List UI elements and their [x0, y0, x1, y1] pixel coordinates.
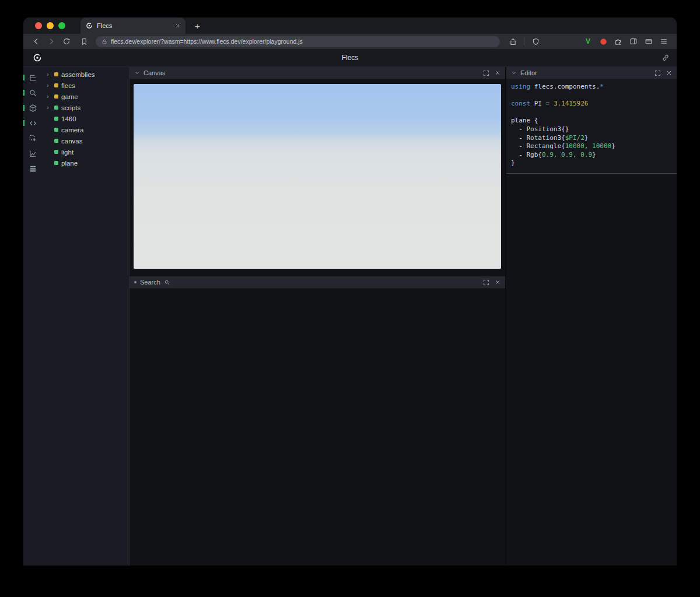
browser-window: Flecs + flecs.dev/explorer/?wasm=https:/…	[23, 17, 677, 566]
code-line[interactable]: }	[511, 159, 677, 168]
expand-panel-icon[interactable]	[654, 70, 661, 76]
chevron-down-icon[interactable]	[511, 70, 517, 76]
code-line[interactable]: - Rotation3{$PI/2}	[511, 134, 677, 143]
editor-code[interactable]: using flecs.components.* const PI = 3.14…	[506, 79, 677, 174]
page-title: Flecs	[23, 54, 677, 62]
code-line[interactable]: - Position3{}	[511, 125, 677, 134]
tree-item-label: camera	[61, 127, 83, 134]
cube-3d-icon[interactable]	[23, 100, 42, 115]
magnifier-icon	[164, 279, 170, 286]
tab-bar: Flecs +	[23, 17, 677, 34]
entity-color-swatch	[54, 72, 58, 76]
tab-close-icon[interactable]	[175, 23, 180, 29]
tree-item-assemblies[interactable]: ›assemblies	[42, 69, 129, 80]
search-panel-title: Search	[140, 279, 160, 286]
tree-view-icon[interactable]	[23, 70, 42, 85]
tree-item-label: assemblies	[61, 71, 95, 78]
flecs-logo-icon[interactable]	[33, 53, 42, 62]
tab-flecs[interactable]: Flecs	[80, 17, 186, 34]
expand-arrow-icon[interactable]: ›	[47, 104, 51, 111]
canvas-3d-viewport[interactable]	[134, 84, 501, 269]
tree-item-light[interactable]: light	[42, 146, 129, 157]
tree-item-label: 1460	[61, 115, 76, 122]
close-window-button[interactable]	[35, 22, 42, 29]
search-icon[interactable]	[23, 85, 42, 100]
chevron-down-icon[interactable]	[134, 70, 140, 76]
traffic-lights	[35, 22, 65, 29]
tree-item-game[interactable]: ›game	[42, 91, 129, 102]
new-tab-button[interactable]: +	[195, 22, 200, 30]
forward-button[interactable]	[46, 37, 57, 45]
entity-color-swatch	[54, 139, 58, 143]
permalink-icon[interactable]	[662, 54, 670, 62]
red-extension-icon[interactable]	[597, 38, 609, 45]
back-button[interactable]	[30, 37, 42, 45]
nav-bar: flecs.dev/explorer/?wasm=https://www.fle…	[23, 34, 677, 49]
minimize-window-button[interactable]	[47, 22, 54, 29]
tree-item-camera[interactable]: camera	[42, 124, 129, 135]
rows-icon[interactable]	[23, 161, 42, 176]
entity-color-swatch	[54, 161, 58, 165]
shield-icon[interactable]	[530, 38, 541, 45]
url-bar[interactable]: flecs.dev/explorer/?wasm=https://www.fle…	[96, 36, 500, 47]
tree-item-label: game	[61, 93, 78, 100]
code-line[interactable]: using flecs.components.*	[511, 83, 677, 92]
entity-color-swatch	[54, 117, 58, 121]
canvas-panel-header: Canvas	[130, 67, 505, 79]
url-text: flecs.dev/explorer/?wasm=https://www.fle…	[111, 38, 303, 45]
entity-color-swatch	[54, 94, 58, 99]
tree-panel: ›assemblies›flecs›game›scripts1460camera…	[42, 67, 130, 566]
icon-rail	[23, 67, 42, 566]
code-line[interactable]: - Rgb{0.9, 0.9, 0.9}	[511, 151, 677, 160]
app-header: Flecs	[23, 49, 677, 67]
code-line[interactable]	[511, 108, 677, 117]
tree-item-scripts[interactable]: ›scripts	[42, 102, 129, 113]
right-column: Editor using flecs.components.* const PI…	[505, 67, 677, 566]
tree-item-label: canvas	[61, 138, 82, 145]
editor-panel-title: Editor	[520, 69, 537, 76]
expand-arrow-icon[interactable]: ›	[47, 93, 51, 100]
canvas-panel-body	[130, 79, 505, 269]
puzzle-extensions-icon[interactable]	[612, 37, 624, 45]
tree-item-label: flecs	[61, 82, 75, 89]
code-line[interactable]: - Rectangle{10000, 10000}	[511, 142, 677, 151]
wallet-icon[interactable]	[643, 37, 654, 45]
menu-hamburger-icon[interactable]	[658, 37, 670, 45]
canvas-panel-title: Canvas	[144, 69, 165, 76]
sidebar-toggle-icon[interactable]	[628, 37, 639, 45]
expand-arrow-icon[interactable]: ›	[47, 82, 51, 89]
close-panel-icon[interactable]	[666, 70, 672, 76]
expand-arrow-icon[interactable]: ›	[47, 71, 51, 78]
code-line[interactable]	[511, 92, 677, 100]
tree-item-label: light	[61, 149, 74, 156]
search-panel-header[interactable]: Search	[130, 276, 505, 289]
tree-item-1460[interactable]: 1460	[42, 113, 129, 124]
tree-item-canvas[interactable]: canvas	[42, 135, 129, 146]
entity-color-swatch	[54, 150, 58, 154]
entity-color-swatch	[54, 128, 58, 132]
vimium-extension-icon[interactable]: V	[582, 37, 594, 45]
tree-item-label: plane	[61, 160, 78, 167]
share-icon[interactable]	[507, 38, 519, 45]
expand-panel-icon[interactable]	[483, 70, 489, 76]
expand-panel-icon[interactable]	[483, 279, 489, 286]
reload-button[interactable]	[61, 37, 72, 45]
close-panel-icon[interactable]	[495, 70, 501, 76]
bookmark-icon[interactable]	[78, 38, 90, 45]
right-empty-area	[506, 174, 677, 566]
app-content: ›assemblies›flecs›game›scripts1460camera…	[23, 67, 677, 566]
tree-item-plane[interactable]: plane	[42, 157, 129, 168]
tree-item-flecs[interactable]: ›flecs	[42, 80, 129, 91]
flecs-favicon	[86, 22, 93, 29]
code-line[interactable]: plane {	[511, 117, 677, 125]
entity-color-swatch	[54, 83, 58, 87]
code-line[interactable]: const PI = 3.1415926	[511, 100, 677, 108]
chart-icon[interactable]	[23, 146, 42, 161]
zoom-window-button[interactable]	[58, 22, 65, 29]
panel-dot-icon	[134, 281, 136, 283]
tab-title: Flecs	[97, 22, 171, 29]
code-icon[interactable]	[23, 115, 42, 131]
inspect-cursor-icon[interactable]	[23, 131, 42, 146]
nav-divider	[524, 37, 524, 45]
close-panel-icon[interactable]	[495, 279, 501, 286]
